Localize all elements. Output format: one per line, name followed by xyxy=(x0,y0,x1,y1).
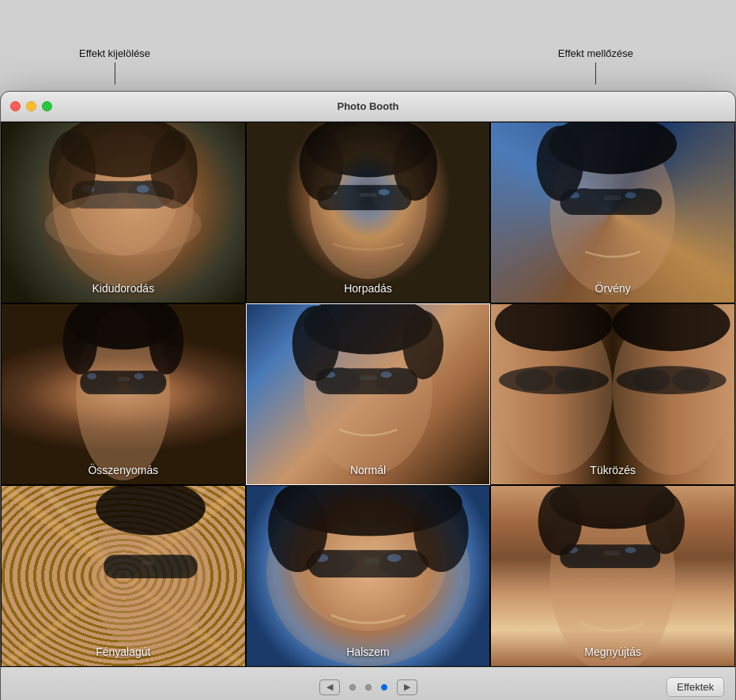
effect-normal[interactable]: Normál xyxy=(246,303,491,485)
svg-point-28 xyxy=(625,192,636,198)
svg-rect-78 xyxy=(364,558,380,563)
svg-rect-71 xyxy=(142,561,154,565)
svg-point-20 xyxy=(299,130,343,201)
svg-point-30 xyxy=(537,126,583,201)
svg-point-18 xyxy=(378,189,389,195)
svg-rect-16 xyxy=(360,193,377,197)
effect-bulge-bg xyxy=(2,122,245,303)
svg-point-37 xyxy=(134,373,144,379)
effect-dent-bg xyxy=(247,122,490,303)
svg-point-11 xyxy=(45,193,202,255)
effect-bulge-face xyxy=(2,122,245,303)
effect-stretch-label: Megnyújtás xyxy=(491,645,734,658)
effects-button[interactable]: Effektek xyxy=(666,677,724,697)
bottom-bar: ◀ ▶ Effektek xyxy=(1,667,735,700)
effect-tunnel-label: Fényalagút xyxy=(2,645,245,658)
effect-whirl-label: Örvény xyxy=(491,282,734,295)
effect-bulge-label: Kidudorodás xyxy=(2,282,245,295)
effect-stretch-face xyxy=(491,486,734,666)
page-dot-2[interactable] xyxy=(365,684,372,691)
minimize-button[interactable] xyxy=(26,101,36,111)
annotation-area: Effekt kijelölése Effekt mellőzése Photo… xyxy=(0,47,736,700)
annotation-ignore-label: Effekt mellőzése xyxy=(558,47,633,59)
svg-point-21 xyxy=(393,130,437,201)
effect-normal-bg xyxy=(247,304,490,484)
effect-mirror[interactable]: Tükrözés xyxy=(490,303,735,485)
svg-point-92 xyxy=(538,487,583,555)
svg-point-33 xyxy=(81,371,119,393)
svg-point-55 xyxy=(555,369,593,391)
effect-tunnel-face xyxy=(2,486,245,666)
effect-fisheye-label: Halszem xyxy=(247,645,490,658)
svg-point-69 xyxy=(105,555,143,577)
annotation-select-label: Effekt kijelölése xyxy=(79,47,150,59)
effect-dent-label: Horpadás xyxy=(247,282,490,295)
effect-stretch-bg xyxy=(491,486,734,666)
effect-squeeze-bg xyxy=(2,304,245,484)
effect-dent[interactable]: Horpadás xyxy=(246,122,491,303)
effect-fisheye-bg xyxy=(247,486,490,666)
maximize-button[interactable] xyxy=(42,101,52,111)
effect-whirl-bg xyxy=(491,122,734,303)
page-dot-1[interactable] xyxy=(349,684,356,691)
effect-squeeze-face xyxy=(2,304,245,484)
svg-point-49 xyxy=(292,306,338,381)
effect-normal-label: Normál xyxy=(247,464,490,476)
svg-rect-88 xyxy=(604,551,620,555)
svg-point-58 xyxy=(672,369,710,391)
titlebar: Photo Booth xyxy=(1,92,735,122)
svg-rect-26 xyxy=(604,195,621,200)
effect-stretch[interactable]: Megnyújtás xyxy=(490,485,735,667)
effect-fisheye-face xyxy=(247,486,490,666)
app-window: Photo Booth xyxy=(0,91,736,700)
close-button[interactable] xyxy=(10,101,21,111)
svg-point-83 xyxy=(413,491,468,572)
svg-rect-35 xyxy=(118,377,130,381)
effect-tunnel[interactable]: Fényalagút xyxy=(1,485,246,667)
svg-rect-45 xyxy=(360,375,377,380)
svg-point-54 xyxy=(515,369,553,391)
svg-point-50 xyxy=(402,310,443,379)
annotation-ignore-effect: Effekt mellőzése xyxy=(558,47,633,85)
svg-point-47 xyxy=(380,371,391,378)
next-page-button[interactable]: ▶ xyxy=(397,679,417,695)
svg-point-34 xyxy=(128,371,166,393)
annotation-select-effect: Effekt kijelölése xyxy=(79,47,150,85)
page-dot-3[interactable] xyxy=(381,684,387,691)
svg-point-40 xyxy=(149,309,184,374)
effect-dent-face xyxy=(247,122,490,303)
effect-mirror-label: Tükrözés xyxy=(491,464,734,476)
effect-squeeze-label: Összenyomás xyxy=(2,464,245,476)
effect-whirl[interactable]: Örvény xyxy=(490,122,735,303)
effect-fisheye[interactable]: Halszem xyxy=(246,485,491,667)
svg-point-80 xyxy=(387,554,401,562)
effect-mirror-bg xyxy=(491,304,734,484)
svg-point-36 xyxy=(87,373,96,379)
svg-point-82 xyxy=(268,486,327,572)
effect-whirl-face xyxy=(491,122,734,303)
effect-bulge[interactable]: Kidudorodás xyxy=(1,122,246,303)
effect-squeeze[interactable]: Összenyomás xyxy=(1,303,246,485)
effect-normal-face xyxy=(247,304,490,484)
svg-point-70 xyxy=(152,555,190,577)
effect-tunnel-bg xyxy=(2,486,245,666)
svg-point-93 xyxy=(646,491,685,554)
svg-point-7 xyxy=(137,185,149,193)
prev-page-button[interactable]: ◀ xyxy=(319,679,340,695)
svg-point-90 xyxy=(625,547,636,553)
svg-point-25 xyxy=(618,188,662,213)
traffic-lights xyxy=(1,101,52,111)
effect-mirror-face xyxy=(491,304,734,484)
effects-grid: Kidudorodás xyxy=(1,122,735,667)
svg-point-57 xyxy=(633,369,671,391)
window-title: Photo Booth xyxy=(338,100,399,112)
svg-point-39 xyxy=(62,309,97,374)
svg-point-87 xyxy=(618,544,659,566)
